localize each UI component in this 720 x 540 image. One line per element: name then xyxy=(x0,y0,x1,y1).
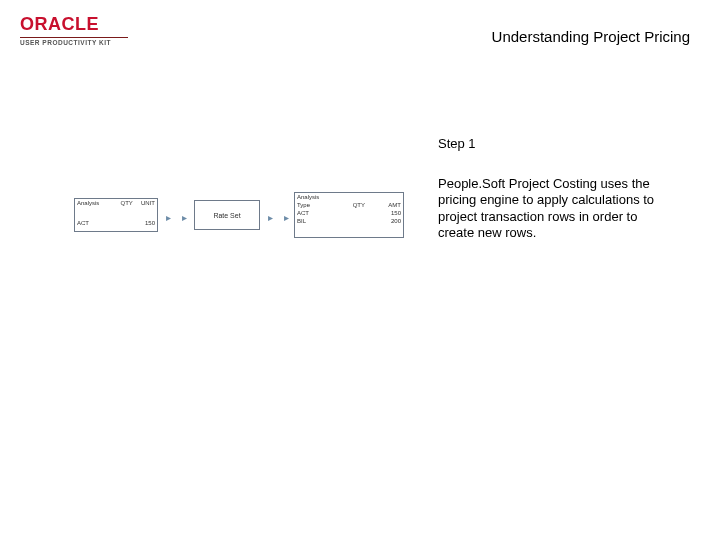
box-a-cell-3: 150 xyxy=(135,219,157,228)
box-c-r2c3: 150 xyxy=(367,209,403,217)
brand-logo: ORACLE USER PRODUCTIVITY KIT xyxy=(20,14,128,46)
diagram-box-input: Analysis QTY UNIT ACT 150 xyxy=(74,198,158,232)
box-c-r3c2 xyxy=(331,217,367,225)
box-a-cell-1: ACT xyxy=(75,219,113,228)
rate-set-label: Rate Set xyxy=(213,212,240,219)
box-a-header-3: UNIT xyxy=(135,199,157,215)
box-c-r2c2 xyxy=(331,209,367,217)
box-c-r1c3: AMT xyxy=(367,201,403,209)
diagram-box-rateset: Rate Set xyxy=(194,200,260,230)
page-title: Understanding Project Pricing xyxy=(492,28,690,45)
arrow-icon: ▸ xyxy=(284,212,289,223)
box-c-h2 xyxy=(331,193,367,201)
box-c-r1c1: Type xyxy=(295,201,331,209)
step-label: Step 1 xyxy=(438,136,476,151)
diagram-box-output: Analysis Type QTY AMT ACT 150 BIL 200 xyxy=(294,192,404,238)
arrow-icon: ▸ xyxy=(166,212,171,223)
brand-name: ORACLE xyxy=(20,14,128,35)
pricing-diagram: Analysis QTY UNIT ACT 150 ▸ ▸ Rate Set ▸… xyxy=(74,192,414,238)
brand-subline: USER PRODUCTIVITY KIT xyxy=(20,39,128,46)
box-c-r1c2: QTY xyxy=(331,201,367,209)
box-a-cell-2 xyxy=(113,222,135,224)
arrow-icon: ▸ xyxy=(182,212,187,223)
step-description: People.Soft Project Costing uses the pri… xyxy=(438,176,668,241)
box-c-r2c1: ACT xyxy=(295,209,331,217)
box-c-h1: Analysis xyxy=(295,193,331,201)
box-a-header-1: Analysis xyxy=(75,199,113,215)
brand-divider xyxy=(20,37,128,38)
arrow-icon: ▸ xyxy=(268,212,273,223)
box-c-h3 xyxy=(367,193,403,201)
box-c-r3c3: 200 xyxy=(367,217,403,225)
box-c-r3c1: BIL xyxy=(295,217,331,225)
box-a-header-2: QTY xyxy=(113,199,135,215)
